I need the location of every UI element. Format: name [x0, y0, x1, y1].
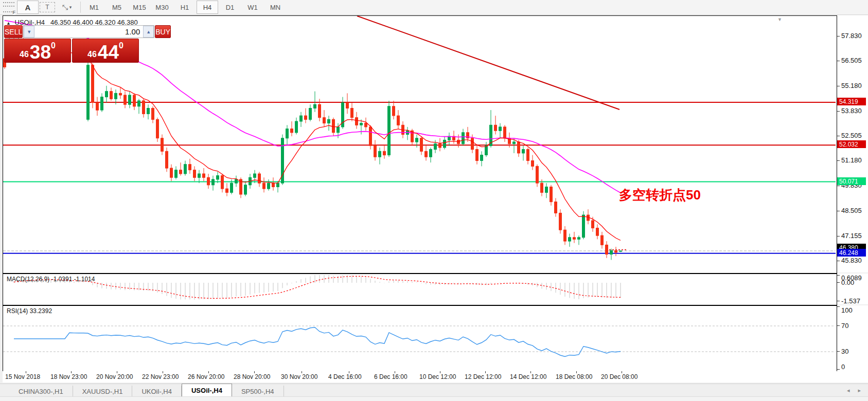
- time-tick-label: 18 Dec 08:00: [556, 373, 592, 380]
- timeframe-button-mn[interactable]: MN: [264, 1, 286, 14]
- price-tick-label: 56.505: [841, 57, 862, 64]
- timeframe-button-h1[interactable]: H1: [174, 1, 196, 14]
- macd-indicator-panel[interactable]: MACD(12,26,9) -1.0391 -1.1014: [3, 274, 837, 305]
- price-tick: [837, 160, 840, 161]
- level-price-badge: 54.319: [837, 98, 866, 105]
- price-tick: [837, 136, 840, 136]
- macd-tick: [837, 282, 840, 283]
- toolbar-separator: [80, 2, 81, 13]
- drawing-tools-button[interactable]: ⤡▾: [56, 1, 78, 14]
- price-tick-label: 47.155: [841, 232, 862, 240]
- level-price-badge: 50.071: [837, 177, 866, 185]
- chart-tab-ukoil-h4[interactable]: UKOil-,H4: [132, 386, 182, 397]
- timeframe-button-m15[interactable]: M15: [129, 1, 150, 14]
- price-tick: [837, 211, 840, 211]
- rsi-tick: [837, 325, 840, 326]
- volume-increase-button[interactable]: ▲: [143, 26, 154, 38]
- price-tick-label: 45.830: [841, 257, 862, 264]
- rsi-chart-canvas: [3, 306, 836, 371]
- time-axis[interactable]: 15 Nov 201818 Nov 23:0020 Nov 20:0022 No…: [3, 371, 868, 382]
- macd-label: MACD(12,26,9) -1.0391 -1.1014: [7, 276, 95, 283]
- time-tick-label: 20 Nov 20:00: [96, 373, 133, 380]
- price-tick: [837, 186, 840, 186]
- macd-tick: [837, 301, 840, 301]
- chart-shift-marker-icon[interactable]: ▼: [777, 17, 782, 22]
- time-tick-label: 15 Nov 2018: [5, 373, 40, 380]
- timeframe-button-m30[interactable]: M30: [151, 1, 173, 14]
- sell-price-prefix: 46: [20, 50, 29, 59]
- price-tick: [837, 86, 840, 86]
- macd-chart-canvas: [3, 274, 836, 304]
- volume-input[interactable]: [34, 26, 143, 38]
- price-scale[interactable]: 57.83056.50555.18053.83052.50551.18049.8…: [837, 15, 868, 272]
- rsi-tick: [837, 369, 840, 370]
- one-click-trading-panel: SELL ▼ ▲ BUY 46 38 0 46 44 0: [4, 25, 139, 63]
- tabs-host: CHINA300-,H1XAUUSD-,H1UKOil-,H4USOil-,H4…: [9, 384, 284, 397]
- level-price-badge: 46.248: [837, 249, 866, 257]
- price-tick-label: 57.830: [841, 32, 862, 40]
- price-tick: [837, 111, 840, 112]
- volume-stepper: ▼ ▲: [23, 25, 154, 38]
- time-tick-label: 20 Dec 08:00: [601, 373, 637, 380]
- status-strip: [0, 396, 868, 401]
- rsi-tick-label: 100: [841, 306, 853, 314]
- sell-price-sup: 0: [51, 41, 56, 50]
- rsi-tick: [837, 306, 840, 307]
- buy-price-sup: 0: [119, 41, 123, 50]
- rsi-tick-label: 0: [841, 363, 845, 371]
- chart-tab-usoil-h4[interactable]: USOil-,H4: [182, 384, 232, 397]
- time-tick-label: 18 Nov 23:00: [50, 373, 87, 380]
- chart-tab-sp500-h4[interactable]: SP500-,H4: [232, 386, 284, 397]
- sell-price-box[interactable]: 46 38 0: [4, 39, 71, 63]
- chevron-down-icon: ▾: [69, 5, 72, 10]
- chart-tab-xauusd-h1[interactable]: XAUUSD-,H1: [73, 386, 133, 397]
- time-tick-label: 28 Nov 20:00: [234, 373, 270, 380]
- tab-scroll-left-icon[interactable]: ◂: [847, 387, 850, 394]
- time-tick-label: 10 Dec 12:00: [419, 373, 456, 380]
- time-tick-label: 26 Nov 20:00: [188, 373, 224, 380]
- rsi-label: RSI(14) 33.2392: [7, 307, 52, 315]
- time-tick-label: 22 Nov 23:00: [142, 373, 179, 380]
- level-price-badge: 52.032: [837, 140, 866, 148]
- macd-tick-label: 0.00: [841, 279, 854, 286]
- rsi-tick-label: 70: [841, 322, 848, 330]
- sell-price-big: 38: [30, 44, 51, 61]
- time-tick-label: 12 Dec 12:00: [465, 373, 501, 380]
- timeframe-button-d1[interactable]: D1: [219, 1, 241, 14]
- chart-tab-bar: CHINA300-,H1XAUUSD-,H1UKOil-,H4USOil-,H4…: [0, 384, 868, 397]
- price-tick-label: 55.180: [841, 82, 862, 89]
- buy-price-box[interactable]: 46 44 0: [72, 39, 139, 63]
- macd-scale: 0.60890.00-1.537: [837, 274, 868, 304]
- time-tick-label: 14 Dec 12:00: [510, 373, 546, 380]
- grid-f-icon[interactable]: F: [3, 2, 14, 12]
- time-tick-label: 6 Dec 16:00: [374, 373, 408, 380]
- chart-text-annotation: 多空转折点50: [619, 186, 701, 204]
- text-label-tool-button[interactable]: T: [40, 2, 55, 12]
- price-tick-label: 53.830: [841, 107, 862, 115]
- timeframe-button-w1[interactable]: W1: [242, 1, 263, 14]
- time-tick-label: 30 Nov 20:00: [281, 373, 317, 380]
- timeframe-button-m5[interactable]: M5: [106, 1, 128, 14]
- chart-tab-china300-h1[interactable]: CHINA300-,H1: [9, 386, 73, 397]
- price-tick-label: 51.180: [841, 156, 862, 164]
- price-tick: [837, 261, 840, 261]
- price-tick-label: 52.505: [841, 132, 862, 139]
- timeframe-button-h4[interactable]: H4: [197, 1, 218, 14]
- buy-button[interactable]: BUY: [155, 25, 171, 38]
- buy-price-big: 44: [98, 44, 119, 61]
- buy-price-prefix: 46: [87, 50, 97, 59]
- text-a-tool-button[interactable]: A: [17, 1, 39, 14]
- price-tick-label: 48.505: [841, 207, 862, 214]
- sell-button[interactable]: SELL: [4, 25, 23, 38]
- top-toolbar: F A T ⤡▾ M1M5M15M30H1H4D1W1MN: [0, 0, 868, 15]
- timeframe-button-m1[interactable]: M1: [83, 1, 105, 14]
- rsi-tick-label: 30: [841, 348, 848, 355]
- price-tick: [837, 61, 840, 61]
- rsi-tick: [837, 351, 840, 352]
- rsi-indicator-panel[interactable]: RSI(14) 33.2392: [3, 305, 837, 372]
- price-tick: [837, 36, 840, 37]
- tab-scroll-arrows: ◂ ▸: [847, 384, 861, 397]
- tab-scroll-right-icon[interactable]: ▸: [858, 387, 861, 394]
- mt4-window: F A T ⤡▾ M1M5M15M30H1H4D1W1MN ▲ USOil-,H…: [0, 0, 868, 401]
- volume-decrease-button[interactable]: ▼: [24, 26, 34, 38]
